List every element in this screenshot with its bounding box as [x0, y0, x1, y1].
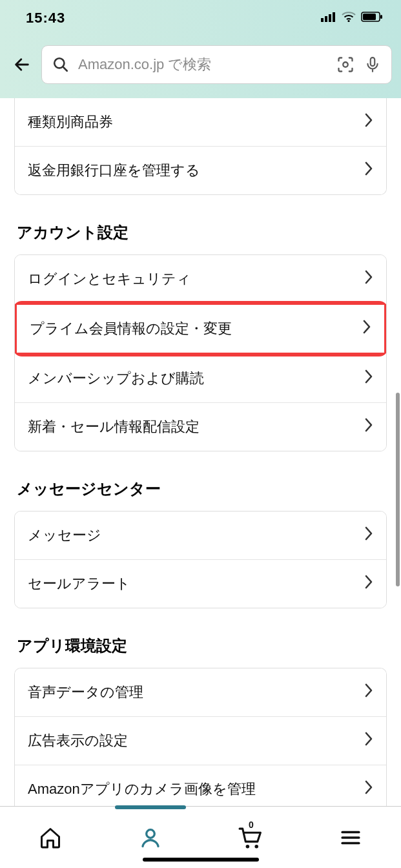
row-label: 広告表示の設定 — [28, 731, 128, 750]
content-area[interactable]: 種類別商品券 返金用銀行口座を管理する アカウント設定 ログインとセキュリティ … — [0, 98, 401, 806]
row-label: 種類別商品券 — [28, 112, 113, 132]
row-ad-settings[interactable]: 広告表示の設定 — [15, 716, 386, 765]
menu-icon — [340, 827, 362, 849]
row-label: 音声データの管理 — [28, 683, 143, 702]
tab-menu[interactable] — [331, 818, 370, 857]
chevron-right-icon — [364, 418, 373, 436]
status-bar: 15:43 — [0, 0, 401, 36]
svg-rect-6 — [363, 14, 376, 20]
svg-rect-2 — [329, 14, 331, 22]
svg-rect-3 — [333, 12, 335, 22]
svg-rect-1 — [325, 16, 327, 22]
chevron-right-icon — [364, 161, 373, 180]
home-icon — [39, 826, 62, 849]
svg-line-9 — [63, 67, 67, 71]
svg-point-4 — [347, 20, 349, 22]
tab-cart[interactable]: 0 — [231, 818, 270, 857]
battery-icon — [361, 12, 383, 25]
search-input[interactable] — [78, 56, 328, 73]
row-label: Amazonアプリのカメラ画像を管理 — [28, 780, 256, 799]
svg-rect-0 — [321, 18, 324, 22]
row-memberships[interactable]: メンバーシップおよび購読 — [15, 355, 386, 402]
row-label: メッセージ — [28, 526, 101, 545]
row-label: プライム会員情報の設定・変更 — [30, 319, 232, 338]
row-label: 新着・セール情報配信設定 — [28, 417, 200, 437]
row-prime-settings[interactable]: プライム会員情報の設定・変更 — [17, 305, 384, 353]
svg-point-13 — [246, 845, 250, 849]
status-icons — [321, 12, 383, 25]
section-title-messages: メッセージセンター — [14, 459, 387, 511]
chevron-right-icon — [364, 575, 373, 593]
row-refund-bank[interactable]: 返金用銀行口座を管理する — [15, 146, 386, 194]
back-button[interactable] — [9, 52, 35, 78]
row-camera-images[interactable]: Amazonアプリのカメラ画像を管理 — [15, 765, 386, 806]
svg-rect-11 — [371, 57, 375, 66]
wifi-icon — [342, 12, 356, 25]
row-gift-cards[interactable]: 種類別商品券 — [15, 98, 386, 146]
chevron-right-icon — [364, 369, 373, 388]
camera-scan-icon[interactable] — [336, 55, 355, 74]
section-title-account: アカウント設定 — [14, 203, 387, 254]
search-header — [0, 36, 401, 98]
search-box[interactable] — [41, 45, 392, 84]
row-login-security[interactable]: ログインとセキュリティ — [15, 255, 386, 303]
group-message-center: メッセージ セールアラート — [14, 511, 387, 608]
section-title-app-settings: アプリ環境設定 — [14, 616, 387, 668]
chevron-right-icon — [364, 270, 373, 288]
svg-point-12 — [147, 829, 155, 838]
group-payments: 種類別商品券 返金用銀行口座を管理する — [14, 98, 387, 195]
group-app-settings: 音声データの管理 広告表示の設定 Amazonアプリのカメラ画像を管理 — [14, 668, 387, 806]
cellular-icon — [321, 12, 336, 25]
row-voice-data[interactable]: 音声データの管理 — [15, 668, 386, 716]
arrow-left-icon — [13, 56, 31, 74]
tab-bar: 0 — [0, 806, 401, 868]
row-messages[interactable]: メッセージ — [15, 512, 386, 559]
svg-point-10 — [343, 62, 347, 67]
chevron-right-icon — [364, 732, 373, 750]
row-sale-alert[interactable]: セールアラート — [15, 559, 386, 608]
svg-rect-7 — [380, 15, 382, 19]
search-icon — [51, 55, 70, 74]
chevron-right-icon — [364, 526, 373, 544]
row-label: メンバーシップおよび購読 — [28, 369, 204, 388]
chevron-right-icon — [362, 320, 371, 338]
tab-active-indicator — [115, 805, 186, 809]
row-label: ログインとセキュリティ — [28, 269, 191, 289]
user-icon — [139, 826, 162, 849]
row-newsletter-settings[interactable]: 新着・セール情報配信設定 — [15, 402, 386, 451]
row-label: 返金用銀行口座を管理する — [28, 161, 200, 180]
chevron-right-icon — [364, 683, 373, 701]
cart-badge: 0 — [249, 820, 254, 830]
row-label: セールアラート — [28, 574, 130, 594]
group-account-settings: ログインとセキュリティ プライム会員情報の設定・変更 メンバーシップおよび購読 … — [14, 254, 387, 451]
mic-icon[interactable] — [363, 55, 382, 74]
chevron-right-icon — [364, 113, 373, 131]
status-time: 15:43 — [26, 10, 65, 26]
svg-point-14 — [255, 845, 259, 849]
tab-home[interactable] — [31, 818, 70, 857]
highlight-prime-settings: プライム会員情報の設定・変更 — [14, 301, 387, 356]
chevron-right-icon — [364, 780, 373, 798]
scroll-indicator[interactable] — [396, 393, 400, 586]
home-indicator — [143, 858, 259, 862]
tab-account[interactable] — [131, 818, 170, 857]
